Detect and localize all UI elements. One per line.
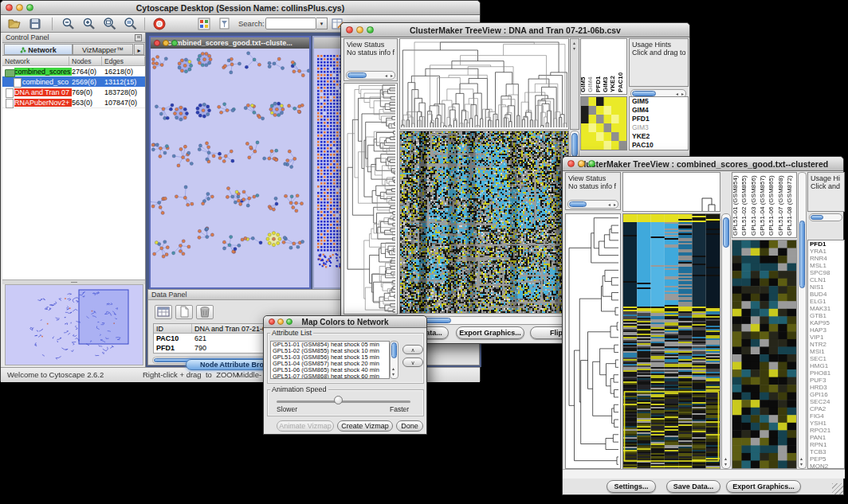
close-icon[interactable] [154, 40, 160, 46]
scroll-up-arrow-icon[interactable]: ▴ [724, 456, 727, 462]
zoom-out-icon[interactable] [61, 17, 76, 31]
minimize-icon[interactable] [16, 4, 23, 11]
column-dendrogram-canvas[interactable] [623, 173, 720, 211]
treeview1-titlebar[interactable]: ClusterMaker TreeView : DNA and Tran 07-… [341, 23, 689, 37]
network-table-row[interactable]: combined_scores2764(0)16218(0) [2, 66, 145, 76]
delete-attribute-icon[interactable] [196, 305, 214, 319]
scroll-up-arrow-icon[interactable]: ▴ [392, 366, 395, 372]
close-icon[interactable] [567, 160, 575, 167]
scroll-right-arrow-icon[interactable]: ▸ [614, 202, 616, 208]
attribute-item[interactable]: GPL51-06 (GSM865) heat shock 40 min [271, 367, 389, 373]
zoom-selected-icon[interactable] [103, 17, 117, 31]
scroll-up-arrow-icon[interactable]: ▴ [573, 41, 575, 46]
dialog-titlebar[interactable]: Map Colors to Network [264, 316, 426, 328]
scrollbar-thumb[interactable] [799, 221, 805, 288]
close-icon[interactable] [346, 26, 353, 33]
network-table-row[interactable]: RNAPuberNov2+563(0)107847(0) [2, 97, 145, 107]
column-header-nodes[interactable]: Nodes [69, 57, 102, 65]
zoom-heatmap-canvas[interactable] [732, 240, 796, 468]
new-attribute-icon[interactable] [175, 305, 193, 319]
settings-button[interactable]: Settings... [607, 480, 656, 493]
tab-vizmapper[interactable]: VizMapper™ [73, 44, 133, 55]
move-up-button[interactable]: ∧ [402, 345, 423, 354]
minimize-icon[interactable] [277, 318, 284, 325]
minimize-icon[interactable] [578, 160, 585, 167]
attribute-item[interactable]: GPL51-04 (GSM857) heat shock 20 min [271, 361, 389, 367]
zoom-window-icon[interactable] [286, 318, 292, 325]
global-heatmap-canvas[interactable] [400, 131, 568, 313]
tab-overflow-arrow-icon[interactable] [134, 44, 144, 55]
scroll-down-arrow-icon[interactable]: ▾ [573, 46, 575, 52]
scroll-down-arrow-icon[interactable]: ▾ [800, 462, 803, 467]
zoom-window-icon[interactable] [367, 26, 374, 33]
open-file-icon[interactable] [7, 17, 22, 31]
tab-network[interactable]: Network [4, 44, 73, 55]
minimize-icon[interactable] [163, 40, 169, 46]
attribute-item[interactable]: GPL51-01 (GSM854) heat shock 05 min [271, 342, 389, 348]
done-button[interactable]: Done [396, 420, 423, 432]
export-graphics-button[interactable]: Export Graphics... [456, 326, 524, 339]
gene-label: PFD1 [630, 115, 688, 123]
minimize-icon[interactable] [326, 40, 332, 46]
network-view-canvas[interactable] [151, 49, 309, 287]
network-overview-canvas[interactable] [6, 285, 143, 365]
global-heatmap-canvas[interactable] [623, 214, 720, 468]
create-vizmap-button[interactable]: Create Vizmap [337, 420, 393, 432]
resize-grip[interactable] [832, 483, 843, 494]
attribute-item[interactable]: GPL51-02 (GSM855) heat shock 10 min [271, 348, 389, 354]
gene-label: PUF3 [808, 377, 844, 384]
scrollbar-thumb[interactable] [571, 133, 578, 157]
network-table-row[interactable]: combined_sco2569(6)13112(15) [2, 76, 145, 87]
scrollbar-thumb[interactable] [723, 217, 729, 248]
vizmapper-icon[interactable] [197, 17, 211, 31]
help-icon[interactable] [152, 17, 167, 31]
save-icon[interactable] [28, 17, 42, 31]
save-data-button[interactable]: Save Data... [666, 480, 720, 493]
main-titlebar[interactable]: Cytoscape Desktop (Session Name: collins… [1, 1, 480, 15]
column-header-edges[interactable]: Edges [102, 57, 145, 65]
zoom-window-icon[interactable] [171, 40, 178, 46]
row-dendrogram-canvas[interactable] [566, 214, 620, 468]
scrollbar-thumb[interactable] [811, 215, 823, 220]
column-dendrogram-canvas[interactable] [400, 39, 568, 129]
column-header-network[interactable]: Network [2, 57, 69, 65]
zoom-window-icon[interactable] [26, 4, 33, 11]
float-panel-icon[interactable] [135, 34, 142, 41]
slider-thumb[interactable] [334, 396, 343, 404]
map-colors-dialog: Map Colors to Network Attribute List GPL… [263, 315, 427, 435]
zoom-heatmap-canvas[interactable] [581, 97, 626, 150]
filter-icon[interactable] [218, 17, 232, 31]
move-down-button[interactable]: ∨ [402, 357, 423, 367]
network-table-row[interactable]: DNA and Tran 07769(0)183728(0) [2, 87, 145, 97]
zoom-fit-icon[interactable] [124, 17, 138, 31]
scroll-up-arrow-icon[interactable]: ▴ [800, 456, 803, 462]
zoom-window-icon[interactable] [588, 160, 595, 167]
attribute-table-icon[interactable] [155, 305, 172, 319]
scrollbar-thumb[interactable] [632, 91, 656, 96]
animate-vizmap-button[interactable]: Animate Vizmap [277, 420, 334, 432]
minimize-icon[interactable] [356, 26, 363, 33]
scroll-left-arrow-icon[interactable]: ◂ [385, 73, 387, 79]
attribute-item[interactable]: GPL51-07 (GSM868) heat shock 60 min [271, 373, 389, 379]
search-dropdown-icon[interactable]: ▼ [316, 18, 328, 29]
scroll-down-arrow-icon[interactable]: ▾ [392, 372, 395, 377]
row-dendrogram-canvas[interactable] [344, 84, 397, 314]
network-view-titlebar[interactable]: combined_scores_good.txt--cluste... [151, 37, 309, 49]
column-header-id[interactable]: ID [154, 324, 192, 333]
treeview2-titlebar[interactable]: ClusterMaker TreeView : combined_scores_… [563, 157, 843, 171]
search-input[interactable] [265, 18, 316, 29]
scroll-right-arrow-icon[interactable]: ▸ [391, 73, 393, 79]
scrollbar-thumb[interactable] [569, 201, 587, 207]
close-icon[interactable] [317, 40, 324, 46]
zoom-in-icon[interactable] [82, 17, 96, 31]
network-view-window[interactable]: combined_scores_good.txt--cluste... [149, 36, 311, 289]
attribute-item[interactable]: GPL51-03 (GSM856) heat shock 15 min [271, 354, 389, 361]
scrollbar-thumb[interactable] [347, 72, 367, 78]
scroll-left-arrow-icon[interactable]: ◂ [608, 202, 610, 208]
scroll-down-arrow-icon[interactable]: ▾ [724, 462, 727, 467]
export-graphics-button[interactable]: Export Graphics... [726, 480, 801, 493]
scrollbar-thumb[interactable] [391, 342, 397, 358]
animation-speed-slider[interactable] [277, 400, 410, 403]
close-icon[interactable] [6, 4, 13, 11]
close-icon[interactable] [269, 318, 275, 325]
